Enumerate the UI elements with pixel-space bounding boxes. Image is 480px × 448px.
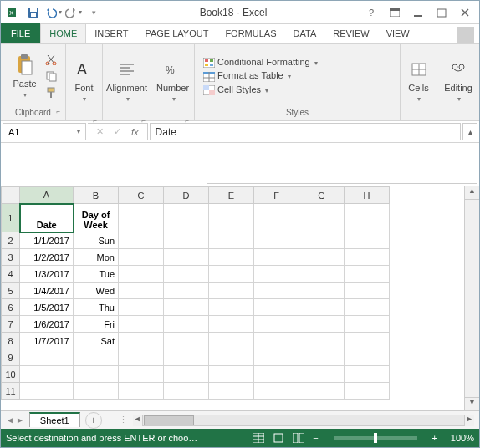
cell-C2[interactable] xyxy=(119,232,164,249)
tab-file[interactable]: FILE xyxy=(1,23,40,43)
cell-H6[interactable] xyxy=(345,299,390,316)
cell-G2[interactable] xyxy=(299,232,345,249)
cell-F6[interactable] xyxy=(254,299,299,316)
row-header-2[interactable]: 2 xyxy=(2,232,20,249)
conditional-formatting-button[interactable]: Conditional Formatting ▾ xyxy=(203,56,318,69)
cell-G10[interactable] xyxy=(299,366,345,383)
horizontal-scrollbar[interactable]: ◄ ► xyxy=(133,415,474,426)
cell-E10[interactable] xyxy=(209,366,254,383)
cell-H11[interactable] xyxy=(345,383,390,400)
tab-home[interactable]: HOME xyxy=(40,23,86,43)
cut-icon[interactable] xyxy=(43,52,59,67)
excel-app-icon[interactable]: X xyxy=(4,3,23,22)
cell-G4[interactable] xyxy=(299,266,345,283)
column-header-b[interactable]: B xyxy=(74,187,119,204)
column-header-d[interactable]: D xyxy=(164,187,209,204)
cell-F3[interactable] xyxy=(254,249,299,266)
cell-G7[interactable] xyxy=(299,316,345,333)
tab-insert[interactable]: INSERT xyxy=(86,23,136,43)
cell-B7[interactable]: Fri xyxy=(74,316,119,333)
cell-C11[interactable] xyxy=(119,383,164,400)
row-header-8[interactable]: 8 xyxy=(2,333,20,349)
cell-F11[interactable] xyxy=(254,383,299,400)
tab-view[interactable]: VIEW xyxy=(378,23,418,43)
format-painter-icon[interactable] xyxy=(43,85,59,100)
cell-B8[interactable]: Sat xyxy=(74,333,119,349)
sheet-table[interactable]: ABCDEFGH1DateDay of Week21/1/2017Sun31/2… xyxy=(1,186,390,400)
cell-E9[interactable] xyxy=(209,349,254,366)
cell-A2[interactable]: 1/1/2017 xyxy=(20,232,74,249)
cell-E7[interactable] xyxy=(209,316,254,333)
cell-H8[interactable] xyxy=(345,333,390,349)
view-page-layout-icon[interactable] xyxy=(273,433,284,443)
tab-formulas[interactable]: FORMULAS xyxy=(217,23,284,43)
cell-B9[interactable] xyxy=(74,349,119,366)
cell-G11[interactable] xyxy=(299,383,345,400)
column-header-h[interactable]: H xyxy=(345,187,390,204)
cell-A4[interactable]: 1/3/2017 xyxy=(20,266,74,283)
cell-B1[interactable]: Day of Week xyxy=(74,204,119,232)
cell-G3[interactable] xyxy=(299,249,345,266)
cell-D5[interactable] xyxy=(164,283,209,299)
cell-G5[interactable] xyxy=(299,283,345,299)
zoom-slider[interactable] xyxy=(334,436,417,440)
row-header-1[interactable]: 1 xyxy=(2,204,20,232)
cell-C1[interactable] xyxy=(119,204,164,232)
cell-B4[interactable]: Tue xyxy=(74,266,119,283)
cell-E5[interactable] xyxy=(209,283,254,299)
scroll-down-icon[interactable]: ▼ xyxy=(465,397,479,410)
close-icon[interactable] xyxy=(454,4,476,21)
cell-A7[interactable]: 1/6/2017 xyxy=(20,316,74,333)
cell-D11[interactable] xyxy=(164,383,209,400)
fx-icon[interactable]: fx xyxy=(128,127,142,137)
scroll-right-icon[interactable]: ► xyxy=(464,415,474,426)
cell-H10[interactable] xyxy=(345,366,390,383)
cell-C9[interactable] xyxy=(119,349,164,366)
new-sheet-button[interactable]: + xyxy=(85,412,102,429)
column-header-c[interactable]: C xyxy=(119,187,164,204)
cell-B6[interactable]: Thu xyxy=(74,299,119,316)
zoom-out-button[interactable]: − xyxy=(313,433,318,443)
tab-data[interactable]: DATA xyxy=(285,23,325,43)
cell-D1[interactable] xyxy=(164,204,209,232)
formula-bar[interactable]: Date xyxy=(150,123,461,140)
scroll-up-icon[interactable]: ▲ xyxy=(465,186,479,200)
undo-icon[interactable]: ▾ xyxy=(44,3,63,22)
cell-D3[interactable] xyxy=(164,249,209,266)
column-header-f[interactable]: F xyxy=(254,187,299,204)
qat-customize-icon[interactable]: ▾ xyxy=(84,3,103,22)
zoom-level[interactable]: 100% xyxy=(446,433,474,443)
row-header-3[interactable]: 3 xyxy=(2,249,20,266)
number-button[interactable]: % Number▾ xyxy=(155,56,191,105)
cell-D8[interactable] xyxy=(164,333,209,349)
format-as-table-button[interactable]: Format as Table ▾ xyxy=(203,69,318,82)
zoom-in-button[interactable]: + xyxy=(432,433,437,443)
cell-A3[interactable]: 1/2/2017 xyxy=(20,249,74,266)
name-box[interactable]: A1 ▾ xyxy=(3,123,86,140)
cell-F2[interactable] xyxy=(254,232,299,249)
cell-D10[interactable] xyxy=(164,366,209,383)
cell-A5[interactable]: 1/4/2017 xyxy=(20,283,74,299)
view-page-break-icon[interactable] xyxy=(293,433,304,443)
cell-E8[interactable] xyxy=(209,333,254,349)
chevron-down-icon[interactable]: ▾ xyxy=(77,128,80,135)
formula-bar-multiline[interactable] xyxy=(207,143,477,184)
user-account-icon[interactable] xyxy=(457,27,474,43)
tab-page-layout[interactable]: PAGE LAYOUT xyxy=(136,23,217,43)
cell-D2[interactable] xyxy=(164,232,209,249)
cell-B10[interactable] xyxy=(74,366,119,383)
cell-H3[interactable] xyxy=(345,249,390,266)
cell-C10[interactable] xyxy=(119,366,164,383)
cell-H5[interactable] xyxy=(345,283,390,299)
cell-H2[interactable] xyxy=(345,232,390,249)
sheet-nav-prev-icon[interactable]: ◄ xyxy=(6,415,14,425)
cell-A8[interactable]: 1/7/2017 xyxy=(20,333,74,349)
cell-F10[interactable] xyxy=(254,366,299,383)
formula-bar-collapse-icon[interactable]: ▴ xyxy=(462,123,477,140)
column-header-g[interactable]: G xyxy=(299,187,345,204)
row-header-5[interactable]: 5 xyxy=(2,283,20,299)
maximize-icon[interactable] xyxy=(431,4,452,21)
cell-C3[interactable] xyxy=(119,249,164,266)
cell-G6[interactable] xyxy=(299,299,345,316)
tab-review[interactable]: REVIEW xyxy=(324,23,377,43)
